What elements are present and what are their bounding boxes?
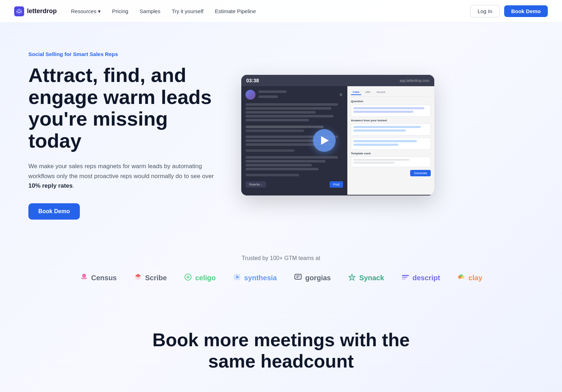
content-line-1 — [246, 103, 338, 106]
logo[interactable]: letterdrop — [14, 6, 57, 16]
rp-template-label: Template used — [351, 152, 431, 155]
nav-actions: Log In Book Demo — [470, 5, 548, 17]
nav-try-yourself[interactable]: Try it yourself — [172, 8, 203, 14]
synthesia-name: synthesia — [244, 274, 277, 282]
video-container[interactable]: 03:38 app.letterdrop.com ✕ — [241, 75, 434, 195]
rp-content-box-4 — [351, 156, 431, 167]
chevron-down-icon: ▾ — [98, 8, 101, 15]
scribe-name: Scribe — [145, 274, 167, 282]
content-line-3 — [246, 111, 316, 114]
trusted-section: Trusted by 100+ GTM teams at Census Sc — [0, 241, 562, 301]
scribe-icon — [134, 273, 142, 283]
svg-rect-11 — [296, 276, 300, 276]
synthesia-svg — [233, 273, 241, 281]
svg-rect-15 — [402, 278, 406, 280]
fake-line-1 — [258, 90, 287, 93]
gorgias-icon — [294, 273, 302, 283]
rp-line-4 — [353, 129, 406, 132]
synthesia-icon — [233, 273, 241, 283]
logo-celigo: celigo — [184, 273, 216, 283]
rp-generate-area: Generate — [351, 169, 431, 176]
celigo-icon — [184, 273, 192, 283]
synack-icon — [348, 273, 356, 283]
logo-gorgias: gorgias — [294, 273, 331, 283]
logo-clay: clay — [457, 273, 482, 283]
rp-content-box-2 — [351, 123, 431, 136]
close-area: ✕ — [339, 92, 343, 98]
rp-tabs: Calls URL Source — [351, 90, 431, 97]
descript-svg — [401, 273, 410, 281]
nav-links: Resources ▾ Pricing Samples Try it yours… — [71, 8, 470, 15]
synack-name: Synack — [359, 274, 384, 282]
book-demo-hero-button[interactable]: Book Demo — [28, 203, 80, 220]
svg-rect-3 — [81, 278, 87, 278]
action-bar: Rewrite ↓ Post — [246, 181, 343, 188]
scribe-svg — [134, 273, 142, 281]
hero-title: Attract, find, and engage warm leads you… — [28, 64, 220, 151]
rp-tab-calls[interactable]: Calls — [351, 90, 361, 95]
nav-pricing[interactable]: Pricing — [112, 8, 128, 14]
content-line-11 — [246, 149, 294, 152]
content-line-9 — [246, 139, 322, 142]
logo-synack: Synack — [348, 273, 384, 283]
rp-tab-source[interactable]: Source — [375, 90, 387, 95]
svg-point-7 — [187, 276, 189, 278]
nav-resources[interactable]: Resources ▾ — [71, 8, 101, 15]
video-url-bar: app.letterdrop.com — [400, 79, 429, 83]
fake-post-button[interactable]: Post — [330, 181, 343, 188]
svg-rect-4 — [82, 279, 86, 280]
fake-line-2 — [258, 95, 278, 98]
logo-text: letterdrop — [27, 7, 57, 15]
logo-descript: descript — [401, 273, 440, 283]
fake-profile: ✕ — [246, 90, 343, 100]
rp-line-7 — [353, 159, 409, 161]
rp-line-3 — [353, 126, 421, 128]
nav-samples[interactable]: Samples — [140, 8, 160, 14]
rp-question-label: Question — [351, 100, 431, 103]
video-right-panel: Calls URL Source Question Answers from y… — [347, 86, 434, 195]
bottom-section: Book more meetings with the same headcou… — [0, 301, 562, 386]
census-name: Census — [91, 274, 117, 282]
login-button[interactable]: Log In — [470, 5, 500, 17]
rp-answers-label: Answers from your toolset — [351, 119, 431, 122]
spacer-4 — [246, 153, 343, 156]
celigo-name: celigo — [195, 274, 216, 282]
video-body: ✕ — [241, 86, 434, 195]
play-triangle-icon — [321, 136, 329, 145]
svg-point-18 — [460, 274, 463, 277]
synack-svg — [348, 273, 356, 281]
rp-line-2 — [353, 111, 413, 113]
rp-line-5 — [353, 140, 417, 142]
rp-content-box-1 — [351, 105, 431, 117]
content-line-15 — [246, 168, 319, 170]
play-button[interactable] — [313, 129, 336, 152]
clay-icon — [457, 273, 465, 283]
spacer-1 — [246, 123, 343, 126]
nav-estimate-pipeline[interactable]: Estimate Pipeline — [215, 8, 256, 14]
logo-scribe: Scribe — [134, 273, 167, 283]
hero-subtitle: We make your sales reps magnets for warm… — [28, 161, 220, 191]
video-timer: 03:38 — [246, 78, 259, 83]
book-demo-nav-button[interactable]: Book Demo — [504, 5, 548, 17]
content-line-14 — [246, 164, 312, 166]
svg-rect-13 — [402, 275, 409, 276]
hero-left: Social Selling for Smart Sales Reps Attr… — [28, 51, 220, 220]
clay-name: clay — [468, 274, 482, 282]
content-line-2 — [246, 107, 331, 110]
rp-generate-button[interactable]: Generate — [410, 170, 431, 176]
content-line-13 — [246, 160, 326, 162]
video-topbar: 03:38 app.letterdrop.com — [241, 75, 434, 86]
content-line-12 — [246, 156, 338, 159]
celigo-svg — [184, 273, 192, 281]
fake-button-1[interactable]: Rewrite ↓ — [246, 181, 266, 188]
gorgias-svg — [294, 273, 302, 281]
census-svg — [80, 273, 88, 281]
hero-tag: Social Selling for Smart Sales Reps — [28, 51, 220, 57]
rp-content-box-3 — [351, 138, 431, 150]
gorgias-name: gorgias — [305, 274, 331, 282]
trusted-label: Trusted by 100+ GTM teams at — [28, 255, 534, 261]
hero-right: 03:38 app.letterdrop.com ✕ — [241, 75, 447, 195]
rp-tab-url[interactable]: URL — [363, 90, 373, 95]
spacer-6 — [246, 178, 343, 181]
rp-line-1 — [353, 107, 424, 109]
